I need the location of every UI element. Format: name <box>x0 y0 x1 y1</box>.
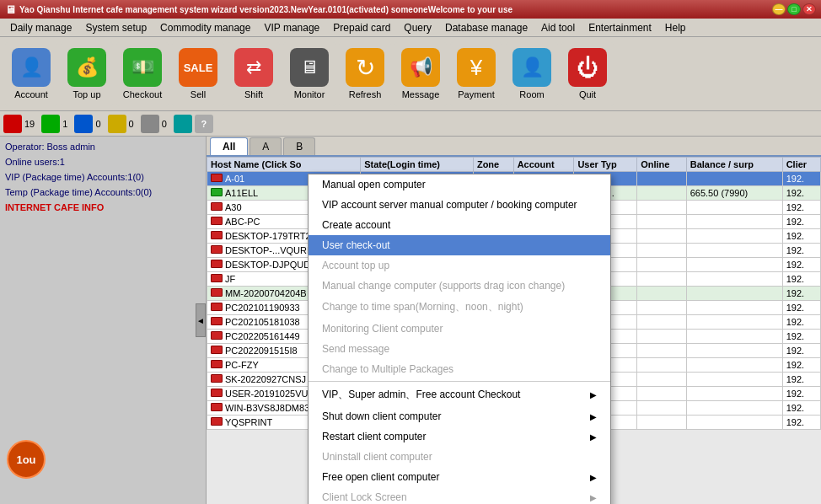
cell-client: 192. <box>782 287 820 301</box>
cell-online <box>637 287 687 301</box>
cell-balance <box>686 373 782 387</box>
minimize-button[interactable]: — <box>772 3 786 15</box>
sidebar: Operator: Boss admin Online users:1 VIP … <box>0 137 207 504</box>
cell-client: 192. <box>782 201 820 215</box>
context-menu-item-shutdown[interactable]: Shut down client computer▶ <box>309 406 610 426</box>
room-button[interactable]: 👤 Room <box>506 42 558 106</box>
shift-label: Shift <box>244 89 263 99</box>
col-client[interactable]: Clier <box>782 158 820 172</box>
menu-system-setup[interactable]: System setup <box>78 20 153 35</box>
col-usertype[interactable]: User Typ <box>574 158 637 172</box>
cell-client: 192. <box>782 186 820 201</box>
menu-aid[interactable]: Aid tool <box>534 20 582 35</box>
col-online[interactable]: Online <box>637 158 687 172</box>
table-area: Host Name (Click So State(Login time) Zo… <box>207 157 821 504</box>
temp-accounts: Temp (Package time) Accounts:0(0) <box>5 187 201 197</box>
context-menu-item-restart[interactable]: Restart client computer▶ <box>309 426 610 447</box>
ctx-label: Free open client computer <box>322 471 439 483</box>
quit-icon: ⏻ <box>568 48 607 87</box>
menu-help[interactable]: Help <box>658 20 693 35</box>
sell-button[interactable]: SALE Sell <box>172 42 224 106</box>
topup-button[interactable]: 💰 Top up <box>61 42 113 106</box>
submenu-arrow: ▶ <box>590 432 597 442</box>
menu-database[interactable]: Database manage <box>438 20 534 35</box>
cell-client: 192. <box>782 416 820 430</box>
context-menu-item-vip-checkout[interactable]: VIP、Super admin、Free account Checkout▶ <box>309 383 610 406</box>
cell-online <box>637 373 687 387</box>
account-button[interactable]: 👤 Account <box>5 42 57 106</box>
cell-balance <box>686 287 782 301</box>
sell-icon: SALE <box>179 48 217 87</box>
menu-prepaid[interactable]: Prepaid card <box>326 20 397 35</box>
cell-online <box>637 301 687 315</box>
col-zone[interactable]: Zone <box>473 158 513 172</box>
context-menu-item-vip-booking[interactable]: VIP account server manual computer / boo… <box>309 195 610 215</box>
menu-daily-manage[interactable]: Daily manage <box>3 20 78 35</box>
pc-status-icon <box>211 417 223 426</box>
online-users: Online users:1 <box>5 157 201 167</box>
message-label: Message <box>402 89 440 99</box>
menu-entertainment[interactable]: Entertainment <box>582 20 658 35</box>
collapse-handle[interactable]: ◄ <box>196 303 206 337</box>
count-yellow: 0 <box>129 119 134 129</box>
ctx-label: Send message <box>322 343 389 355</box>
checkout-button[interactable]: 💵 Checkout <box>116 42 169 106</box>
context-menu-item-free-open[interactable]: Free open client computer▶ <box>309 467 610 487</box>
avatar-text: 1ou <box>16 453 35 466</box>
cell-client: 192. <box>782 401 820 416</box>
pc-status-icon <box>211 346 223 354</box>
cell-online <box>637 201 687 215</box>
cell-balance <box>686 172 782 186</box>
tab-b[interactable]: B <box>283 137 315 155</box>
context-menu-item-manual-open[interactable]: Manual open computer <box>309 174 610 195</box>
monitor-button[interactable]: 🖥 Monitor <box>283 42 335 106</box>
refresh-button[interactable]: ↻ Refresh <box>339 42 391 106</box>
ctx-label: Client Lock Screen <box>322 491 407 503</box>
status-dot-blue <box>74 115 93 133</box>
cell-balance <box>686 387 782 401</box>
pc-status-icon <box>211 403 223 411</box>
account-label: Account <box>14 89 48 99</box>
message-button[interactable]: 📢 Message <box>394 42 447 106</box>
pc-status-icon <box>211 331 223 340</box>
cell-client: 192. <box>782 373 820 387</box>
context-menu-item-multiple-packages: Change to Multiple Packages <box>309 359 610 379</box>
cell-balance <box>686 244 782 258</box>
quit-button[interactable]: ⏻ Quit <box>561 42 614 106</box>
pc-status-icon <box>211 231 223 239</box>
tab-all[interactable]: All <box>210 137 248 155</box>
cell-online <box>637 258 687 272</box>
ctx-label: Manual open computer <box>322 179 426 190</box>
cell-online <box>637 186 687 201</box>
online-users-label: Online users:1 <box>5 157 65 167</box>
payment-label: Payment <box>458 89 494 99</box>
maximize-button[interactable]: □ <box>787 3 801 15</box>
close-button[interactable]: ✕ <box>802 3 816 15</box>
pc-status-icon <box>211 260 223 268</box>
monitor-icon: 🖥 <box>290 48 329 87</box>
cell-balance <box>686 344 782 358</box>
menu-query[interactable]: Query <box>397 20 438 35</box>
info-label: INTERNET CAFE INFO <box>5 202 201 212</box>
pc-status-icon <box>211 174 223 182</box>
col-balance[interactable]: Balance / surp <box>686 158 782 172</box>
context-menu-item-uninstall: Uninstall client computer <box>309 447 610 467</box>
context-menu-item-manual-change: Manual change computer (supports drag ic… <box>309 276 610 296</box>
context-menu-item-user-checkout[interactable]: User check-out <box>309 235 610 255</box>
room-icon: 👤 <box>512 48 551 87</box>
shift-button[interactable]: ⇄ Shift <box>228 42 280 106</box>
context-menu-item-create-account[interactable]: Create account <box>309 215 610 235</box>
cell-online <box>637 358 687 373</box>
cell-balance <box>686 201 782 215</box>
col-hostname[interactable]: Host Name (Click So <box>207 158 361 172</box>
menu-vip[interactable]: VIP manage <box>257 20 326 35</box>
ctx-label: Account top up <box>322 260 389 271</box>
menu-commodity[interactable]: Commodity manage <box>153 20 257 35</box>
ctx-label: Manual change computer (supports drag ic… <box>322 280 565 292</box>
payment-button[interactable]: ¥ Payment <box>450 42 502 106</box>
col-state[interactable]: State(Login time) <box>361 158 474 172</box>
cell-balance <box>686 301 782 315</box>
col-account[interactable]: Account <box>513 158 574 172</box>
cell-online <box>637 387 687 401</box>
tab-a[interactable]: A <box>250 137 282 155</box>
